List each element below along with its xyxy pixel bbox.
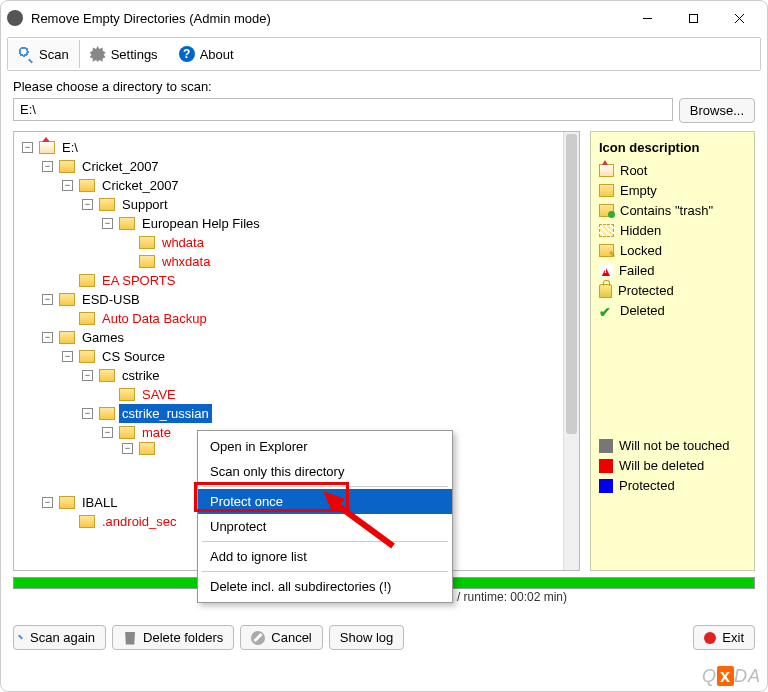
legend-row-failed: Failed — [599, 263, 746, 278]
blue-swatch — [599, 479, 613, 493]
toolbar: Scan Settings About — [7, 37, 761, 71]
app-icon — [7, 10, 23, 26]
ctx-add-ignore[interactable]: Add to ignore list — [198, 544, 452, 569]
locked-folder-icon — [599, 244, 614, 257]
legend-row-empty: Empty — [599, 183, 746, 198]
tree-node[interactable]: −Cricket_2007 — [18, 157, 575, 176]
folder-icon — [59, 496, 75, 509]
tree-node[interactable]: −Cricket_2007 — [18, 176, 575, 195]
titlebar: Remove Empty Directories (Admin mode) — [1, 1, 767, 35]
tree-node[interactable]: whxdata — [18, 252, 575, 271]
legend-title: Icon description — [599, 140, 746, 155]
gray-swatch — [599, 439, 613, 453]
browse-button[interactable]: Browse... — [679, 98, 755, 123]
check-icon — [599, 304, 614, 318]
ctx-open-explorer[interactable]: Open in Explorer — [198, 434, 452, 459]
root-icon — [39, 141, 55, 154]
tree-node[interactable]: EA SPORTS — [18, 271, 575, 290]
trash-icon — [123, 631, 137, 645]
folder-icon — [99, 407, 115, 420]
window-title: Remove Empty Directories (Admin mode) — [31, 11, 625, 26]
minimize-button[interactable] — [625, 3, 669, 33]
legend-row-deleted: Deleted — [599, 303, 746, 318]
search-icon — [18, 46, 34, 62]
context-menu: Open in Explorer Scan only this director… — [197, 430, 453, 603]
legend-row-nottouched: Will not be touched — [599, 438, 746, 453]
cancel-button[interactable]: Cancel — [240, 625, 322, 650]
legend-row-protected: Protected — [599, 283, 746, 298]
scan-again-button[interactable]: Scan again — [13, 625, 106, 650]
folder-icon — [139, 255, 155, 268]
svg-rect-1 — [689, 14, 697, 22]
ctx-unprotect[interactable]: Unprotect — [198, 514, 452, 539]
tab-scan[interactable]: Scan — [8, 40, 80, 68]
tree-node[interactable]: −cstrike — [18, 366, 575, 385]
tree-node[interactable]: −ESD-USB — [18, 290, 575, 309]
legend-row-locked: Locked — [599, 243, 746, 258]
close-button[interactable] — [717, 3, 761, 33]
tab-settings[interactable]: Settings — [80, 40, 169, 68]
tab-about-label: About — [200, 47, 234, 62]
exit-icon — [704, 632, 716, 644]
red-swatch — [599, 459, 613, 473]
folder-icon — [599, 184, 614, 197]
folder-icon — [139, 236, 155, 249]
help-icon — [179, 46, 195, 62]
directory-input[interactable] — [13, 98, 673, 121]
folder-icon — [59, 293, 75, 306]
choose-directory-label: Please choose a directory to scan: — [13, 79, 755, 94]
exit-button[interactable]: Exit — [693, 625, 755, 650]
folder-icon — [79, 350, 95, 363]
tree-scrollbar[interactable] — [563, 132, 579, 570]
folder-icon — [119, 426, 135, 439]
tree-node-selected[interactable]: −cstrike_russian — [18, 404, 575, 423]
gear-icon — [90, 46, 106, 62]
tree-node[interactable]: whdata — [18, 233, 575, 252]
folder-icon — [99, 369, 115, 382]
legend-row-hidden: Hidden — [599, 223, 746, 238]
watermark: QxDA — [702, 666, 761, 687]
folder-icon — [79, 312, 95, 325]
folder-icon — [139, 442, 155, 455]
folder-icon — [119, 217, 135, 230]
tree-node[interactable]: −Support — [18, 195, 575, 214]
tab-about[interactable]: About — [169, 40, 245, 68]
folder-icon — [119, 388, 135, 401]
ctx-scan-only[interactable]: Scan only this directory — [198, 459, 452, 484]
ctx-delete-all[interactable]: Delete incl. all subdirectories (!) — [198, 574, 452, 599]
tree-node[interactable]: −European Help Files — [18, 214, 575, 233]
status-text: 753 / runtime: 00:02 min) — [434, 590, 567, 604]
tab-settings-label: Settings — [111, 47, 158, 62]
folder-icon — [59, 160, 75, 173]
tab-scan-label: Scan — [39, 47, 69, 62]
legend-panel: Icon description Root Empty Contains "tr… — [590, 131, 755, 571]
context-separator — [202, 486, 448, 487]
folder-icon — [79, 274, 95, 287]
root-icon — [599, 164, 614, 177]
tree-node[interactable]: −CS Source — [18, 347, 575, 366]
failed-icon — [599, 264, 613, 278]
legend-row-root: Root — [599, 163, 746, 178]
legend-row-willdelete: Will be deleted — [599, 458, 746, 473]
cancel-icon — [251, 631, 265, 645]
lock-icon — [599, 284, 612, 298]
folder-icon — [99, 198, 115, 211]
folder-icon — [79, 179, 95, 192]
delete-folders-button[interactable]: Delete folders — [112, 625, 234, 650]
folder-icon — [79, 515, 95, 528]
maximize-button[interactable] — [671, 3, 715, 33]
context-separator — [202, 541, 448, 542]
tree-node[interactable]: −Games — [18, 328, 575, 347]
tree-root[interactable]: −E:\ — [18, 138, 575, 157]
context-separator — [202, 571, 448, 572]
ctx-protect-once[interactable]: Protect once — [198, 489, 452, 514]
legend-row-protcolor: Protected — [599, 478, 746, 493]
legend-row-trash: Contains "trash" — [599, 203, 746, 218]
tree-node[interactable]: SAVE — [18, 385, 575, 404]
trash-folder-icon — [599, 204, 614, 217]
tree-node[interactable]: Auto Data Backup — [18, 309, 575, 328]
show-log-button[interactable]: Show log — [329, 625, 404, 650]
folder-icon — [59, 331, 75, 344]
hidden-folder-icon — [599, 224, 614, 237]
